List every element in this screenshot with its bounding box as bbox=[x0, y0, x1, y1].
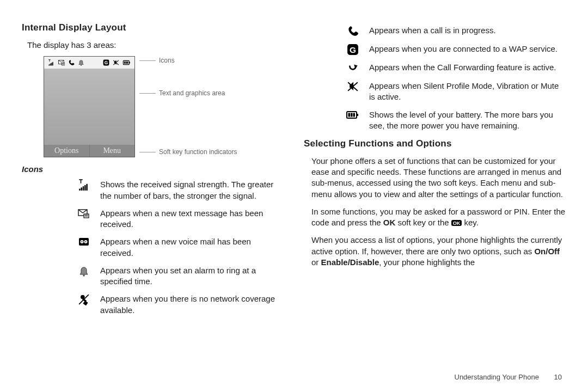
row-silent: Appears when Silent Profile Mode, Vibrat… bbox=[345, 81, 566, 103]
left-column: Internal Display Layout The display has … bbox=[22, 22, 284, 381]
right-column: Appears when a call is in progress. Appe… bbox=[304, 22, 566, 381]
desc-nocoverage: Appears when you there is no network cov… bbox=[100, 293, 284, 316]
row-voicemail: Appears when a new voice mail has been r… bbox=[76, 236, 284, 259]
battery-icon bbox=[346, 109, 360, 120]
intro-text: The display has 3 areas: bbox=[27, 40, 284, 51]
phone-softkeys: Options Menu bbox=[44, 145, 134, 157]
row-signal: Shows the received signal strength. The … bbox=[76, 179, 284, 201]
call-icon bbox=[347, 25, 359, 37]
subheading-icons: Icons bbox=[22, 164, 284, 175]
nocov-icon bbox=[78, 293, 90, 305]
row-alarm: Appears when you set an alarm to ring at… bbox=[76, 265, 284, 287]
desc-voicemail: Appears when a new voice mail has been r… bbox=[100, 236, 284, 259]
desc-silent: Appears when Silent Profile Mode, Vibrat… bbox=[369, 81, 566, 103]
row-message: Appears when a new text message has been… bbox=[76, 208, 284, 230]
para-1: Your phone offers a set of functions tha… bbox=[311, 156, 566, 200]
desc-alarm: Appears when you set an alarm to ring at… bbox=[100, 265, 284, 287]
silent-icon bbox=[113, 59, 119, 66]
row-forward: Appears when the Call Forwarding feature… bbox=[345, 62, 566, 74]
call-icon bbox=[68, 59, 75, 66]
row-battery: Shows the level of your battery. The mor… bbox=[345, 109, 566, 132]
row-nocoverage: Appears when you there is no network cov… bbox=[76, 293, 284, 316]
desc-message: Appears when a new text message has been… bbox=[100, 208, 284, 230]
desc-forward: Appears when the Call Forwarding feature… bbox=[369, 62, 566, 73]
ok-pill-icon: OK bbox=[451, 220, 462, 226]
msg-icon bbox=[77, 208, 90, 219]
para-3: When you access a list of options, your … bbox=[311, 235, 566, 268]
desc-call: Appears when a call is in progress. bbox=[369, 25, 566, 36]
callout-icons: Icons bbox=[159, 56, 175, 65]
page-number: 10 bbox=[554, 373, 562, 381]
heading-layout: Internal Display Layout bbox=[22, 22, 284, 34]
phone-callouts: Icons Text and graphics area Soft key fu… bbox=[139, 56, 237, 156]
wap-icon bbox=[347, 44, 359, 56]
fwd-icon bbox=[347, 62, 359, 74]
vmail-icon bbox=[78, 236, 90, 247]
signal-icon bbox=[78, 179, 90, 191]
callout-softkeys: Soft key function indicators bbox=[159, 148, 237, 156]
silent-icon bbox=[347, 81, 359, 93]
msg-icon bbox=[58, 59, 65, 66]
phone-status-bar bbox=[44, 57, 134, 69]
callout-graphics: Text and graphics area bbox=[159, 89, 225, 97]
phone-screen: Options Menu bbox=[44, 56, 135, 157]
row-wap: Appears when you are connected to a WAP … bbox=[345, 44, 566, 56]
footer-section: Understanding Your Phone bbox=[455, 373, 539, 381]
softkey-right: Menu bbox=[90, 145, 135, 157]
wap-icon bbox=[103, 59, 109, 66]
signal-icon bbox=[47, 59, 55, 66]
alarm-icon bbox=[78, 265, 89, 277]
desc-signal: Shows the received signal strength. The … bbox=[100, 179, 284, 201]
row-call: Appears when a call is in progress. bbox=[345, 25, 566, 37]
page-footer: Understanding Your Phone 10 bbox=[455, 372, 562, 382]
desc-battery: Shows the level of your battery. The mor… bbox=[369, 109, 566, 132]
para-2: In some functions, you may be asked for … bbox=[311, 206, 566, 229]
phone-diagram: Options Menu Icons Text and graphics are… bbox=[44, 56, 284, 157]
alarm-icon bbox=[78, 59, 84, 66]
desc-wap: Appears when you are connected to a WAP … bbox=[369, 44, 566, 54]
phone-graphics-area bbox=[44, 69, 134, 145]
heading-selecting: Selecting Functions and Options bbox=[304, 138, 566, 150]
battery-icon bbox=[122, 59, 131, 66]
softkey-left: Options bbox=[44, 145, 90, 157]
